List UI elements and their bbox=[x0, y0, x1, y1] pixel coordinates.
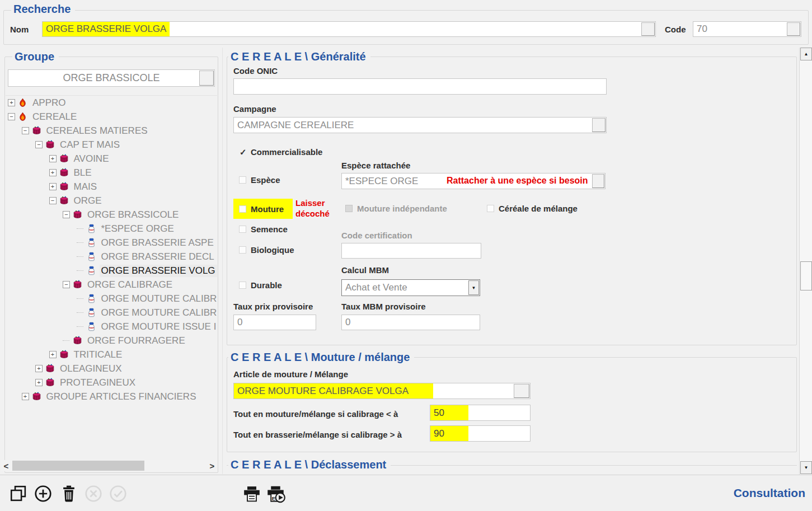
groupe-panel-title: Groupe bbox=[12, 49, 59, 64]
code-onic-input[interactable] bbox=[233, 78, 607, 95]
article-mouture-input[interactable]: ORGE MOUTURE CALIBRAGE VOLGA bbox=[233, 383, 531, 399]
expand-icon[interactable]: + bbox=[49, 169, 57, 176]
tree-item-label: ORGE CALIBRAGE bbox=[86, 279, 174, 291]
campagne-input[interactable]: CAMPAGNE CEREALIERE bbox=[233, 117, 607, 133]
code-lookup-button[interactable] bbox=[787, 22, 800, 36]
espece-rattachee-input[interactable]: *ESPECE ORGE Rattacher à une espèce si b… bbox=[341, 173, 606, 189]
mouture-independante-checkbox: Mouture indépendante bbox=[345, 204, 447, 213]
taux-prix-input[interactable]: 0 bbox=[233, 315, 316, 330]
tree-item[interactable]: *ESPECE ORGE bbox=[6, 222, 217, 236]
jar-icon bbox=[87, 266, 96, 275]
scroll-down-icon[interactable]: ▼ bbox=[800, 461, 812, 474]
code-input[interactable]: 70 bbox=[693, 21, 801, 37]
box-icon bbox=[59, 168, 69, 177]
collapse-icon[interactable]: − bbox=[49, 197, 57, 204]
groupe-lookup-button[interactable] bbox=[199, 71, 214, 86]
tree-item-label: TRITICALE bbox=[72, 349, 124, 361]
code-onic-label: Code ONIC bbox=[233, 66, 278, 76]
chevron-down-icon[interactable]: ▼ bbox=[468, 280, 479, 295]
tree-item[interactable]: − ORGE BRASSICOLE bbox=[6, 208, 217, 222]
collapse-icon[interactable]: − bbox=[35, 141, 43, 148]
mouture-annotation: Laisser décoché bbox=[295, 198, 336, 219]
print-export-button[interactable]: E bbox=[266, 484, 287, 504]
tree-item[interactable]: − CEREALE bbox=[6, 110, 217, 124]
tree-connector bbox=[77, 256, 83, 257]
tree-item[interactable]: ORGE BRASSERIE DECL bbox=[6, 250, 217, 264]
espece-rattachee-value: *ESPECE ORGE bbox=[342, 176, 418, 187]
tree-item[interactable]: + AVOINE bbox=[6, 152, 217, 166]
tree-item[interactable]: − CAP ET MAIS bbox=[6, 138, 217, 152]
expand-icon[interactable]: + bbox=[49, 183, 57, 190]
collapse-icon[interactable]: − bbox=[8, 113, 15, 120]
code-certification-input[interactable] bbox=[341, 243, 481, 259]
collapse-icon[interactable]: − bbox=[63, 281, 70, 288]
expand-icon[interactable]: + bbox=[35, 379, 43, 386]
jar-icon bbox=[87, 322, 96, 331]
expand-icon[interactable]: + bbox=[8, 99, 15, 106]
tree-item[interactable]: ORGE BRASSERIE VOLG bbox=[6, 264, 217, 278]
nom-label: Nom bbox=[10, 25, 29, 34]
tree-scrollbar-thumb[interactable] bbox=[12, 461, 144, 471]
espece-checkbox[interactable]: Espèce bbox=[239, 175, 280, 185]
mouture-checkbox[interactable]: Mouture bbox=[233, 199, 293, 219]
tree-item[interactable]: ORGE BRASSERIE ASPE bbox=[6, 236, 217, 250]
article-mouture-lookup-button[interactable] bbox=[514, 384, 529, 398]
calcul-mbm-dropdown[interactable]: Achat et Vente ▼ bbox=[341, 279, 480, 296]
flame-icon bbox=[18, 112, 27, 121]
groupe-selector[interactable]: ORGE BRASSICOLE bbox=[8, 69, 215, 87]
collapse-icon[interactable]: − bbox=[63, 211, 70, 218]
mouture-label: Mouture bbox=[251, 204, 284, 214]
tree-item[interactable]: ORGE MOUTURE ISSUE I bbox=[6, 320, 217, 334]
expand-icon[interactable]: + bbox=[49, 351, 57, 358]
tree-item[interactable]: + BLE bbox=[6, 166, 217, 180]
print-button[interactable] bbox=[243, 484, 261, 504]
seuil-brasserie-input[interactable]: 90 bbox=[430, 425, 531, 442]
commercialisable-checkbox[interactable]: Commercialisable bbox=[240, 147, 322, 157]
duplicate-button[interactable] bbox=[9, 484, 28, 503]
delete-button[interactable] bbox=[59, 484, 78, 503]
semence-checkbox[interactable]: Semence bbox=[239, 224, 288, 234]
taux-mbm-input[interactable]: 0 bbox=[341, 315, 480, 330]
mouture-section-title: C E R E A L E \ Mouture / mélange bbox=[228, 350, 414, 364]
tree-item[interactable]: ORGE MOUTURE CALIBR bbox=[6, 306, 217, 320]
application-window: Recherche Nom ORGE BRASSERIE VOLGA Code … bbox=[0, 0, 812, 511]
tree-horizontal-scrollbar[interactable]: < > bbox=[1, 460, 217, 471]
tree-item[interactable]: + APPRO bbox=[6, 96, 217, 110]
expand-icon[interactable]: + bbox=[35, 365, 43, 372]
scroll-left-icon[interactable]: < bbox=[1, 460, 11, 471]
tree-item[interactable]: + PROTEAGINEUX bbox=[6, 376, 217, 390]
nom-lookup-button[interactable] bbox=[641, 22, 655, 36]
tree-item[interactable]: ORGE MOUTURE CALIBR bbox=[6, 292, 217, 306]
tree-item[interactable]: + TRITICALE bbox=[6, 348, 217, 362]
add-button[interactable] bbox=[34, 484, 53, 503]
tree-item-label: *ESPECE ORGE bbox=[100, 223, 176, 235]
box-icon bbox=[73, 336, 82, 345]
main-vertical-scrollbar[interactable]: ▲ ▼ bbox=[799, 48, 812, 475]
tree-item[interactable]: + GROUPE ARTICLES FINANCIERS bbox=[6, 390, 217, 404]
tree-item[interactable]: − CEREALES MATIERES bbox=[6, 124, 217, 138]
cereale-melange-checkbox[interactable]: Céréale de mélange bbox=[487, 204, 578, 213]
tree-item[interactable]: + MAIS bbox=[6, 180, 217, 194]
expand-icon[interactable]: + bbox=[22, 393, 29, 400]
expand-icon[interactable]: + bbox=[49, 155, 57, 162]
cancel-button[interactable] bbox=[84, 484, 103, 503]
validate-button[interactable] bbox=[109, 484, 128, 503]
tree-item[interactable]: + OLEAGINEUX bbox=[6, 362, 217, 376]
article-mouture-label: Article de mouture / Mélange bbox=[233, 369, 348, 379]
tree-connector bbox=[77, 242, 83, 243]
panel-divider bbox=[222, 48, 223, 474]
tree-item[interactable]: − ORGE CALIBRAGE bbox=[6, 278, 217, 292]
scroll-up-icon[interactable]: ▲ bbox=[800, 48, 812, 60]
tree-item[interactable]: − ORGE bbox=[6, 194, 217, 208]
main-scrollbar-thumb[interactable] bbox=[800, 261, 812, 290]
nom-input[interactable]: ORGE BRASSERIE VOLGA bbox=[42, 21, 656, 37]
seuil-mouture-input[interactable]: 50 bbox=[430, 405, 531, 421]
espece-lookup-button[interactable] bbox=[592, 174, 604, 188]
code-certification-label: Code certification bbox=[341, 231, 412, 240]
durable-checkbox[interactable]: Durable bbox=[239, 280, 282, 290]
campagne-lookup-button[interactable] bbox=[592, 118, 606, 132]
scroll-right-icon[interactable]: > bbox=[207, 460, 217, 471]
collapse-icon[interactable]: − bbox=[22, 127, 29, 134]
biologique-checkbox[interactable]: Biologique bbox=[239, 245, 294, 255]
tree-item[interactable]: ORGE FOURRAGERE bbox=[6, 334, 217, 348]
